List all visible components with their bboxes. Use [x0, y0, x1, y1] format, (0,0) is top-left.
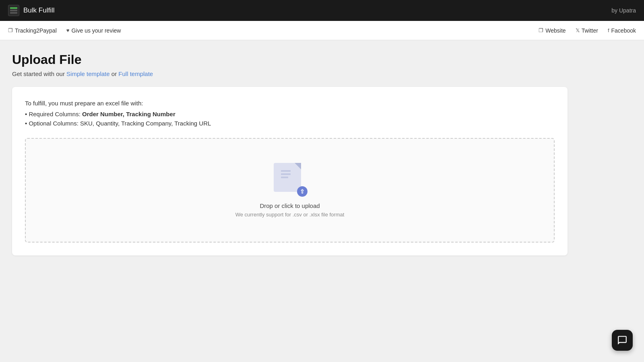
secondary-nav-right: ❐ Website 𝕏 Twitter f Facebook — [539, 27, 636, 34]
website-link[interactable]: ❐ Website — [539, 27, 566, 34]
twitter-icon: 𝕏 — [576, 27, 580, 33]
main-content: Upload File Get started with our Simple … — [0, 40, 580, 267]
logo-bar-green — [10, 7, 17, 9]
instructions: To fulfill, you must prepare an excel fi… — [25, 100, 555, 127]
logo-bar-dark2 — [10, 12, 17, 14]
page-subtitle: Get started with our Simple template or … — [12, 70, 568, 77]
website-label: Website — [545, 27, 566, 34]
secondary-nav-left: ❐ Tracking2Paypal ♥ Give us your review — [8, 27, 121, 34]
logo-icon — [8, 5, 19, 16]
upload-arrow-circle: ⇧ — [297, 186, 308, 197]
facebook-link[interactable]: f Facebook — [608, 27, 636, 34]
upload-card: To fulfill, you must prepare an excel fi… — [12, 87, 568, 255]
subtitle-middle: or — [111, 70, 119, 77]
heart-icon: ♥ — [66, 27, 70, 33]
tracking2paypal-label: Tracking2Paypal — [15, 27, 57, 34]
file-drop-zone[interactable]: ⇧ Drop or click to upload We currently s… — [25, 138, 555, 243]
simple-template-link[interactable]: Simple template — [66, 70, 110, 77]
facebook-icon: f — [608, 27, 609, 33]
required-columns: Required Columns: Order Number, Tracking… — [25, 111, 555, 117]
svg-rect-1 — [281, 173, 291, 175]
app-title: Bulk Fulfill — [23, 6, 54, 14]
tracking2paypal-link[interactable]: ❐ Tracking2Paypal — [8, 27, 57, 34]
drop-text-secondary: We currently support for .csv or .xlsx f… — [235, 212, 345, 218]
svg-rect-2 — [281, 177, 288, 178]
svg-rect-0 — [281, 170, 291, 172]
instructions-intro: To fulfill, you must prepare an excel fi… — [25, 100, 555, 107]
page-title: Upload File — [12, 52, 568, 67]
app-bar-by: by Upatra — [611, 7, 636, 14]
optional-columns: Optional Columns: SKU, Quantity, Trackin… — [25, 120, 555, 127]
review-link[interactable]: ♥ Give us your review — [66, 27, 121, 34]
file-svg — [280, 169, 295, 185]
facebook-label: Facebook — [611, 27, 636, 34]
secondary-nav: ❐ Tracking2Paypal ♥ Give us your review … — [0, 21, 644, 40]
twitter-label: Twitter — [582, 27, 598, 34]
subtitle-prefix: Get started with our — [12, 70, 66, 77]
external-link-icon-2: ❐ — [539, 27, 543, 33]
chat-icon — [617, 335, 627, 346]
review-label: Give us your review — [71, 27, 121, 34]
app-logo: Bulk Fulfill — [8, 5, 54, 16]
full-template-link[interactable]: Full template — [118, 70, 153, 77]
upload-icon-wrapper: ⇧ — [274, 163, 306, 195]
required-label: Required Columns: Order Number, Tracking… — [29, 111, 175, 117]
chat-button[interactable] — [612, 330, 633, 351]
instructions-list: Required Columns: Order Number, Tracking… — [25, 111, 555, 127]
app-bar: Bulk Fulfill by Upatra — [0, 0, 644, 21]
external-link-icon-1: ❐ — [8, 27, 13, 33]
drop-text-primary: Drop or click to upload — [260, 202, 320, 209]
twitter-link[interactable]: 𝕏 Twitter — [576, 27, 598, 34]
logo-bar-dark — [10, 10, 17, 11]
upload-file-icon — [274, 163, 301, 192]
